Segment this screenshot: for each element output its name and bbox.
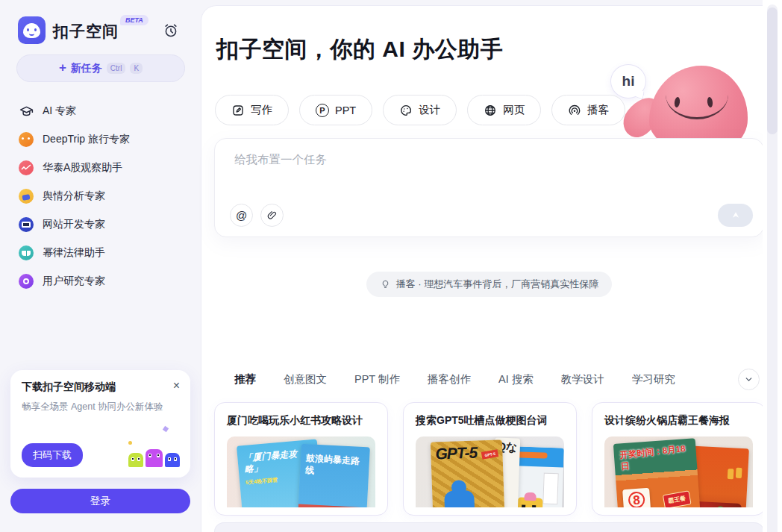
at-icon: @ <box>236 209 247 222</box>
quick-action-label: 播客 <box>587 103 609 117</box>
sidebar-item-label: 舆情分析专家 <box>43 190 105 203</box>
login-button[interactable]: 登录 <box>10 489 190 513</box>
sidebar-item-stock[interactable]: 华泰A股观察助手 <box>18 154 190 182</box>
app-logo[interactable]: 扣子空间 BETA <box>18 16 148 44</box>
sidebar-item-label: 幂律法律助手 <box>43 246 105 260</box>
quick-action-label: 设计 <box>419 103 440 117</box>
plus-icon: + <box>59 60 66 75</box>
design-icon <box>399 104 413 117</box>
card-title: 设计缤纷火锅店霸王餐海报 <box>604 414 753 428</box>
download-card-description: 畅享全场景 Agent 协同办公新体验 <box>22 400 171 414</box>
template-cards: 厦门吃喝玩乐小红书攻略设计 ↗ 「厦门暴走攻略」 5天4晚不踩雷 鼓浪屿暴走路线… <box>214 402 766 516</box>
web-dev-avatar <box>18 216 34 233</box>
poster-hotpot-left: 开奖时间：8月18日 88月18日 霸王餐 <box>613 438 701 507</box>
sidebar-item-label: 网站开发专家 <box>43 218 105 231</box>
sidebar-item-ai-expert[interactable]: AI 专家 <box>18 97 190 125</box>
scrollbar-thumb[interactable] <box>767 7 778 134</box>
template-card-gpt5[interactable]: 搜索GPT5吐槽点做梗图台词 Qな GPT-5 GPT-5 GPT-4.5 Pr… <box>403 402 577 516</box>
sidebar-item-research[interactable]: 用户研究专家 <box>18 267 190 295</box>
graduation-cap-icon <box>18 103 34 119</box>
write-icon <box>231 104 245 117</box>
pixel-ghosts-illustration <box>128 449 180 467</box>
category-tabs: 推荐 创意图文 PPT 制作 播客创作 AI 搜索 教学设计 学习研究 <box>234 369 760 390</box>
tab-ai-search[interactable]: AI 搜索 <box>498 369 534 389</box>
main-panel: 扣子空间，你的 AI 办公助手 hi 写作 P PPT <box>201 6 782 532</box>
card-thumbnail: 开奖时间：8月18日 88月18日 霸王餐 <box>604 436 753 507</box>
sidebar-item-label: DeepTrip 旅行专家 <box>43 133 130 146</box>
alarm-clock-icon[interactable] <box>163 22 179 39</box>
sidebar-item-legal[interactable]: 幂律法律助手 <box>18 239 190 267</box>
legal-avatar <box>18 245 34 261</box>
sidebar-item-webdev[interactable]: 网站开发专家 <box>18 210 190 239</box>
stock-chart-avatar <box>18 160 34 176</box>
confetti-dot <box>163 426 169 432</box>
task-input[interactable] <box>234 152 719 197</box>
page-title: 扣子空间，你的 AI 办公助手 <box>216 34 503 65</box>
card-title: 厦门吃喝玩乐小红书攻略设计 <box>227 414 375 428</box>
tab-podcast[interactable]: 播客创作 <box>428 369 471 389</box>
download-card-title: 下载扣子空间移动端 <box>22 381 116 394</box>
tab-recommended[interactable]: 推荐 <box>234 369 256 389</box>
poster-xiamen-right: 鼓浪屿暴走路线 <box>297 444 370 507</box>
tab-study-research[interactable]: 学习研究 <box>632 369 675 389</box>
quick-action-podcast[interactable]: 播客 <box>551 95 625 125</box>
app-title: 扣子空间 <box>53 21 119 42</box>
shortcut-key-k: K <box>130 63 143 74</box>
template-card-hotpot[interactable]: 设计缤纷火锅店霸王餐海报 开奖时间：8月18日 88月18日 霸王餐 <box>592 402 766 516</box>
quick-action-label: PPT <box>335 104 356 116</box>
quick-action-ppt[interactable]: P PPT <box>299 95 372 125</box>
podcast-icon <box>568 104 581 117</box>
tab-ppt[interactable]: PPT 制作 <box>354 369 400 389</box>
pixel-ghost-green <box>128 453 143 467</box>
card-thumbnail: Qな GPT-5 GPT-5 GPT-4.5 Pro Max <box>416 436 564 507</box>
confetti-dot <box>128 441 132 445</box>
poster-gpt5-left: GPT-5 GPT-5 GPT-4.5 Pro Max <box>431 439 505 507</box>
globe-icon <box>484 104 497 117</box>
ppt-icon: P <box>316 104 329 117</box>
chevron-down-icon[interactable] <box>738 369 760 390</box>
bulb-icon <box>380 279 391 290</box>
suggestion-pill[interactable]: 播客 · 理想汽车事件背后，厂商营销真实性保障 <box>366 272 613 297</box>
sidebar-item-label: 华泰A股观察助手 <box>43 161 122 175</box>
send-arrow-icon <box>730 210 742 222</box>
quick-action-design[interactable]: 设计 <box>383 95 457 125</box>
speech-bubble: hi <box>610 64 646 98</box>
task-input-card[interactable]: @ <box>214 138 764 237</box>
user-research-avatar <box>18 273 34 290</box>
card-title: 搜索GPT5吐槽点做梗图台词 <box>416 414 564 428</box>
mention-button[interactable]: @ <box>230 204 253 227</box>
shortcut-key-ctrl: Ctrl <box>107 63 126 74</box>
pixel-ghost-blue <box>165 453 180 467</box>
quick-actions: 写作 P PPT 设计 网页 <box>215 95 625 125</box>
tab-creative-graphics[interactable]: 创意图文 <box>284 369 327 389</box>
card-thumbnail: ↗ 「厦门暴走攻略」 5天4晚不踩雷 鼓浪屿暴走路线 <box>227 436 375 507</box>
paperclip-icon <box>266 210 278 221</box>
attach-button[interactable] <box>260 204 284 227</box>
suggestion-text: 播客 · 理想汽车事件背后，厂商营销真实性保障 <box>396 278 599 291</box>
beta-badge: BETA <box>120 15 148 25</box>
new-task-label: 新任务 <box>71 62 102 75</box>
sidebar: 扣子空间 BETA + 新任务 Ctrl K AI 专家 D <box>0 0 201 532</box>
scrollbar <box>763 0 782 532</box>
app-logo-icon <box>18 16 46 44</box>
sidebar-item-label: 用户研究专家 <box>43 275 105 288</box>
tab-teaching-design[interactable]: 教学设计 <box>561 369 604 389</box>
sidebar-item-label: AI 专家 <box>43 104 76 118</box>
scan-download-button[interactable]: 扫码下载 <box>22 443 83 467</box>
quick-action-write[interactable]: 写作 <box>215 95 289 125</box>
sidebar-item-deeptrip[interactable]: DeepTrip 旅行专家 <box>18 125 190 154</box>
close-icon[interactable]: × <box>173 381 180 391</box>
quick-action-label: 网页 <box>503 103 525 117</box>
quick-action-label: 写作 <box>251 103 272 117</box>
sidebar-item-sentiment[interactable]: 舆情分析专家 <box>18 182 190 210</box>
send-button[interactable] <box>718 204 753 227</box>
agent-menu: AI 专家 DeepTrip 旅行专家 华泰A股观察助手 <box>18 97 190 295</box>
pixel-ghost-purple <box>146 449 163 467</box>
next-row-preview <box>214 522 764 532</box>
deeptrip-avatar <box>18 131 34 148</box>
quick-action-web[interactable]: 网页 <box>467 95 541 125</box>
new-task-button[interactable]: + 新任务 Ctrl K <box>16 54 185 82</box>
scrollbar-track[interactable] <box>767 4 778 532</box>
sentiment-avatar <box>18 188 34 204</box>
template-card-xiamen[interactable]: 厦门吃喝玩乐小红书攻略设计 ↗ 「厦门暴走攻略」 5天4晚不踩雷 鼓浪屿暴走路线 <box>214 402 388 516</box>
